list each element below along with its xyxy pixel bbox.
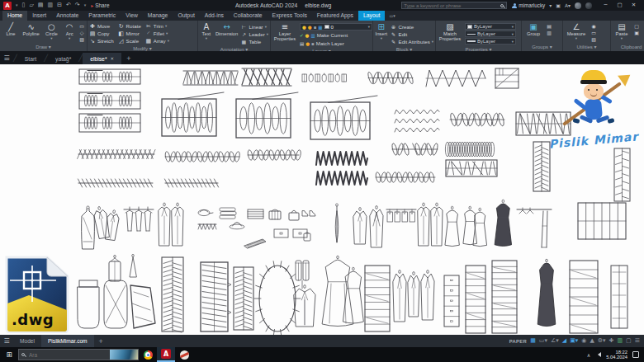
dimension-button[interactable]: ↔Dimension	[215, 21, 239, 36]
tab-collaborate[interactable]: Collaborate	[229, 11, 268, 21]
taskbar-search-box[interactable]	[18, 349, 139, 360]
customization-menu-icon[interactable]: ☰	[635, 335, 640, 347]
cad-block-loopline[interactable]	[375, 172, 435, 182]
hardware-accel-icon[interactable]: ▥	[617, 335, 623, 347]
insert-button[interactable]: ⊞Insert▾	[375, 21, 388, 40]
cad-block-vest[interactable]	[370, 206, 383, 248]
cad-block-looprow[interactable]	[450, 113, 505, 127]
cad-block-shoes2[interactable]	[302, 211, 315, 216]
cad-block-roundbag[interactable]	[78, 280, 99, 328]
minimize-button[interactable]: ─	[599, 0, 613, 11]
qat-caret-icon[interactable]: ▾	[84, 0, 87, 11]
hidden-icons-chevron[interactable]: ∧	[587, 352, 590, 358]
paste-button[interactable]: ▤Paste▾	[613, 21, 631, 40]
measure-button[interactable]: ∠Measure▾	[565, 21, 588, 40]
file-tab-start[interactable]: Start	[17, 53, 44, 64]
cad-block-gbagS2[interactable]	[130, 254, 136, 277]
paper-space-label[interactable]: PAPER	[509, 339, 528, 344]
cad-block-hat[interactable]	[230, 223, 244, 229]
trim-button[interactable]: ✂Trim▾	[145, 22, 169, 30]
tab-add-ins[interactable]: Add-ins	[200, 11, 229, 21]
cad-block-smallrect[interactable]	[495, 68, 519, 88]
cad-block-shelfH[interactable]	[578, 203, 626, 239]
cart-icon[interactable]: ▣	[556, 2, 561, 8]
cad-block-shelfstack[interactable]	[248, 209, 263, 219]
cad-block-vrack[interactable]	[162, 257, 183, 332]
cad-block-shelfV[interactable]	[466, 266, 485, 333]
quick-calc-icon[interactable]: ▭	[590, 30, 597, 35]
cad-block-drawers[interactable]	[444, 275, 459, 327]
tab-annotate[interactable]: Annotate	[51, 11, 83, 21]
group-edit-icon[interactable]: ▥	[546, 30, 552, 35]
create-block-button[interactable]: ⊕Create	[391, 23, 433, 31]
cad-block-scrib[interactable]	[367, 72, 414, 85]
panel-title-draw[interactable]: Draw ▾	[0, 44, 87, 51]
cad-block-loopline[interactable]	[164, 151, 240, 162]
workspace-gear-icon[interactable]: ⚙▾	[598, 335, 606, 347]
layer-lock-icon[interactable]: ▪	[314, 25, 317, 30]
cad-block-looprow2[interactable]	[391, 143, 438, 156]
help-icon[interactable]	[575, 2, 581, 9]
cad-block-jackets2[interactable]	[92, 205, 120, 241]
cad-block-darkzig[interactable]	[316, 172, 367, 185]
app-menu-button[interactable]: A	[3, 2, 12, 10]
copy-clip-icon[interactable]: ▣	[633, 30, 640, 35]
app-menu-caret-icon[interactable]: ▾	[16, 0, 18, 11]
cad-block-handbag[interactable]	[289, 210, 299, 220]
tab-parametric[interactable]: Parametric	[83, 11, 121, 21]
cad-block-mannq[interactable]	[322, 256, 353, 326]
layer-properties-button[interactable]: ≡Layer Properties	[272, 21, 297, 42]
cad-block-vrack[interactable]	[533, 142, 550, 191]
cad-block-loopline[interactable]	[247, 149, 301, 160]
cad-block-basket[interactable]	[269, 209, 281, 219]
stretch-button[interactable]: ↘Stretch	[89, 37, 114, 45]
cad-block-jacketF[interactable]	[294, 285, 315, 327]
id-point-icon[interactable]: ▧	[590, 36, 597, 42]
panel-title-utilities[interactable]: Utilities ▾	[563, 44, 610, 51]
arc-button[interactable]: ◠Arc▾	[63, 21, 76, 40]
ribbon-display-toggle[interactable]: ▭▾	[385, 11, 399, 21]
cad-block-zigrow[interactable]	[395, 110, 439, 132]
layer-plot-icon[interactable]: ▦	[318, 25, 322, 30]
cad-block-boxloops[interactable]	[310, 96, 377, 139]
cad-block-pantsrail[interactable]	[124, 207, 154, 231]
cad-block-sine[interactable]	[426, 70, 485, 87]
layer-dropdown[interactable]: ● ● ▪ ▦ 0 ▾	[300, 23, 372, 31]
edit-attributes-button[interactable]: ✎Edit Attributes▾	[391, 38, 433, 45]
leader-button[interactable]: ↗Leader▾	[240, 31, 268, 38]
cad-block-vticks[interactable]	[614, 148, 630, 201]
help-search-box[interactable]	[401, 2, 507, 9]
ungroup-icon[interactable]: ▤	[546, 23, 552, 29]
cad-block-umbrella[interactable]	[335, 204, 339, 242]
close-button[interactable]: ✕	[627, 0, 641, 11]
color-dropdown[interactable]: ByLayer▾	[465, 23, 516, 30]
cad-block-darkzig[interactable]	[316, 152, 367, 165]
cad-block-shelfV[interactable]	[365, 266, 390, 331]
linear-button[interactable]: ⊢Linear▾	[240, 23, 268, 31]
hatch-icon[interactable]: ▨	[78, 36, 85, 42]
move-button[interactable]: ✚Move	[89, 22, 114, 30]
notification-icon[interactable]	[585, 2, 592, 9]
taskbar-chrome[interactable]	[139, 347, 157, 362]
rotate-button[interactable]: ↻Rotate	[118, 22, 141, 30]
line-button[interactable]: ╱Line	[2, 21, 20, 36]
cad-block-coats2[interactable]	[418, 203, 443, 246]
cad-block-shelfV[interactable]	[492, 261, 517, 333]
cad-block-darkdress[interactable]	[495, 200, 511, 246]
match-layer-button[interactable]: ▤●▪Match Layer	[300, 40, 372, 47]
match-properties-button[interactable]: ▨Match Properties	[438, 21, 462, 42]
tab-home[interactable]: Home	[2, 11, 27, 21]
array-button[interactable]: ▦Array▾	[145, 37, 169, 45]
polar-tracking-icon[interactable]: ∠▾	[551, 335, 559, 347]
cad-block-ovalrack[interactable]	[254, 261, 301, 335]
cad-block-stack3[interactable]	[79, 69, 140, 132]
osnap-toggle-icon[interactable]: ▣▾	[570, 335, 578, 347]
file-tab-elbise[interactable]: elbise*✕	[83, 53, 121, 64]
cad-block-foldpants[interactable]	[296, 261, 309, 289]
cad-block-tinyrow[interactable]	[302, 73, 347, 82]
quick-select-icon[interactable]: ◉	[590, 23, 597, 29]
file-tab-yatag[interactable]: yatağ*	[48, 53, 78, 64]
tab-express-tools[interactable]: Express Tools	[268, 11, 312, 21]
user-caret-icon[interactable]: ▾	[549, 2, 552, 8]
maximize-button[interactable]: ▢	[613, 0, 627, 11]
